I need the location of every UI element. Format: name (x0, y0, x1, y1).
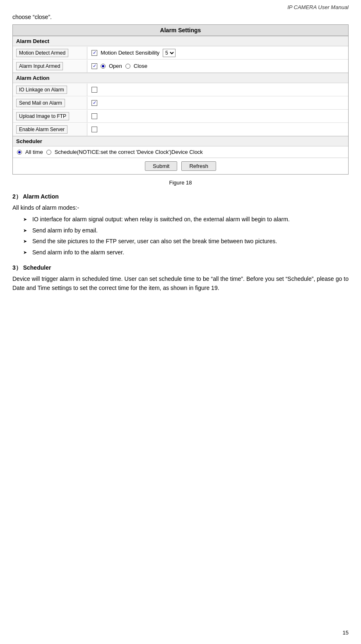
scheduler-header: Scheduler (13, 136, 348, 146)
motion-detect-label: Motion Detect Armed (13, 47, 87, 59)
page-header: IP CAMERA User Manual (12, 4, 349, 10)
alarm-input-open-radio[interactable] (101, 64, 106, 69)
alarm-input-close-label: Close (134, 63, 147, 69)
section2-title: 2） Alarm Action (12, 193, 349, 201)
submit-button[interactable]: Submit (145, 161, 177, 171)
figure-caption: Figure 18 (12, 180, 349, 186)
scheduler-schedule-radio[interactable] (46, 150, 51, 155)
motion-detect-checkbox[interactable]: ✓ (91, 50, 97, 56)
io-linkage-row: IO Linkage on Alarm (13, 83, 348, 96)
motion-detect-content: ✓ Motion Detect Sensibility 1 2 3 4 5 6 (87, 47, 348, 59)
scheduler-alltime-label: All time (25, 149, 43, 155)
alarm-input-row: Alarm Input Armed ✓ Open Close (13, 60, 348, 73)
bullet-item-1: IO interface for alarm signal output: wh… (25, 215, 349, 224)
io-linkage-checkbox[interactable] (91, 87, 97, 93)
motion-detect-sensibility-select[interactable]: 1 2 3 4 5 6 (163, 49, 176, 57)
alarm-action-header: Alarm Action (13, 73, 348, 83)
upload-ftp-content (87, 111, 348, 121)
section3-text: Device will trigger alarm in scheduled t… (12, 274, 349, 293)
upload-ftp-label: Upload Image to FTP (13, 110, 87, 122)
send-mail-checkbox[interactable]: ✓ (91, 100, 97, 106)
enable-alarm-server-content (87, 124, 348, 134)
scheduler-row: All time Schedule(NOTICE:set the correct… (13, 146, 348, 158)
send-mail-content: ✓ (87, 98, 348, 108)
refresh-button[interactable]: Refresh (181, 161, 216, 171)
intro-text: choose “close”. (12, 14, 349, 20)
upload-ftp-row: Upload Image to FTP (13, 110, 348, 123)
io-linkage-label: IO Linkage on Alarm (13, 84, 87, 96)
enable-alarm-server-checkbox[interactable] (91, 127, 97, 132)
alarm-input-checkbox[interactable]: ✓ (91, 63, 97, 69)
enable-alarm-server-label: Enable Alarm Server (13, 123, 87, 136)
bullet-item-2: Send alarm info by email. (25, 226, 349, 235)
alarm-detect-header: Alarm Detect (13, 36, 348, 46)
bullet-item-4: Send alarm info to the alarm server. (25, 248, 349, 257)
form-buttons-row: Submit Refresh (13, 158, 348, 174)
send-mail-label: Send Mail on Alarm (13, 97, 87, 109)
alarm-input-content: ✓ Open Close (87, 61, 348, 71)
alarm-settings-box: Alarm Settings Alarm Detect Motion Detec… (12, 24, 349, 175)
scheduler-schedule-label: Schedule(NOTICE:set the correct 'Device … (55, 149, 203, 155)
section3-title: 3） Scheduler (12, 264, 349, 272)
motion-detect-sensibility-label: Motion Detect Sensibility (101, 50, 159, 56)
alarm-input-label: Alarm Input Armed (13, 60, 87, 72)
bullet-item-3: Send the site pictures to the FTP server… (25, 237, 349, 246)
alarm-settings-title: Alarm Settings (13, 25, 348, 36)
section2-intro: All kinds of alarm modes:- (12, 203, 349, 212)
alarm-input-close-radio[interactable] (125, 64, 130, 69)
io-linkage-content (87, 85, 348, 95)
send-mail-row: Send Mail on Alarm ✓ (13, 96, 348, 110)
page-number: 15 (343, 630, 349, 636)
motion-detect-row: Motion Detect Armed ✓ Motion Detect Sens… (13, 46, 348, 60)
upload-ftp-checkbox[interactable] (91, 113, 97, 119)
enable-alarm-server-row: Enable Alarm Server (13, 123, 348, 136)
section2-bullets: IO interface for alarm signal output: wh… (25, 215, 349, 257)
alarm-input-open-label: Open (109, 63, 122, 69)
scheduler-alltime-radio[interactable] (17, 150, 22, 155)
